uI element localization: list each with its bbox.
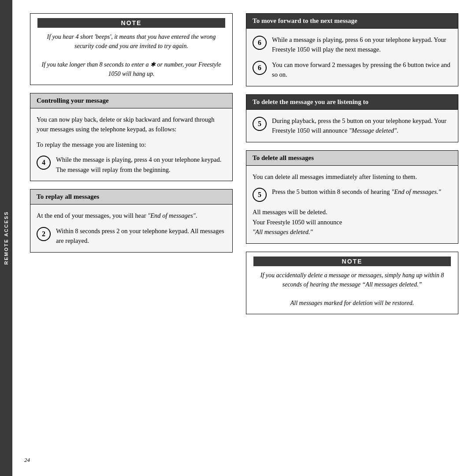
delete-listening-key-row: 5 During playback, press the 5 button on… [253,116,452,136]
delete-listening-title: To delete the message you are listening … [246,95,458,110]
columns: NOTE If you hear 4 short 'beeps', it mea… [30,13,458,322]
key-5-circle-all: 5 [253,188,267,202]
move-forward-body: 6 While a message is playing, press 6 on… [246,29,458,86]
page-number: 24 [24,457,30,464]
note-text-1: If you hear 4 short 'beeps', it means th… [37,32,225,78]
note-header-2: NOTE [253,257,451,266]
move-forward-key-row-1: 6 While a message is playing, press 6 on… [253,35,452,55]
move-forward-section: To move forward to the next message 6 Wh… [246,13,458,86]
move-forward-text-1: While a message is playing, press 6 on y… [272,35,452,55]
move-forward-text-2: You can move forward 2 messages by press… [272,60,452,80]
key-6-circle-1: 6 [253,36,267,50]
key-2-circle: 2 [37,227,51,241]
main-content: NOTE If you hear 4 short 'beeps', it mea… [12,0,476,476]
sidebar: Remote Access [0,0,12,476]
delete-listening-section: To delete the message you are listening … [246,94,458,142]
replay-all-title: To replay all messages [30,190,232,205]
replay-all-body: At the end of your messages, you will he… [30,205,232,252]
controlling-intro: You can now play back, delete or skip ba… [37,115,226,134]
key-6-circle-2: 6 [253,61,267,75]
controlling-title: Controlling your message [30,93,232,108]
delete-all-key-row: 5 Press the 5 button within 8 seconds of… [253,187,452,202]
note-box-2: NOTE If you accidentally delete a messag… [246,252,458,314]
delete-all-body: You can delete all messages immediately … [246,166,458,243]
key-5-circle-delete: 5 [253,117,267,131]
delete-listening-text: During playback, press the 5 button on y… [272,116,452,136]
replay-all-key-text: Within 8 seconds press 2 on your telepho… [56,226,226,246]
replay-all-section: To replay all messages At the end of you… [30,189,233,252]
delete-all-title: To delete all messages [246,151,458,166]
sidebar-label: Remote Access [4,211,9,265]
right-column: To move forward to the next message 6 Wh… [246,13,458,322]
delete-all-key-text: Press the 5 button within 8 seconds of h… [272,187,452,197]
controlling-section: Controlling your message You can now pla… [30,93,233,181]
controlling-body: You can now play back, delete or skip ba… [30,108,232,181]
left-column: NOTE If you hear 4 short 'beeps', it mea… [30,13,233,322]
note-text-2: If you accidentally delete a message or … [253,271,451,308]
controlling-key-row: 4 While the message is playing, press 4 … [37,155,226,175]
key-4-circle: 4 [37,156,51,170]
delete-listening-body: 5 During playback, press the 5 button on… [246,110,458,142]
delete-all-intro: You can delete all messages immediately … [253,172,452,182]
replay-all-intro: At the end of your messages, you will he… [37,211,226,220]
note-header-1: NOTE [37,18,225,28]
move-forward-key-row-2: 6 You can move forward 2 messages by pre… [253,60,452,80]
replay-all-key-row: 2 Within 8 seconds press 2 on your telep… [37,226,226,246]
delete-all-section: To delete all messages You can delete al… [246,150,458,244]
move-forward-title: To move forward to the next message [246,14,458,29]
delete-all-outro: All messages will be deleted.Your Freest… [253,207,452,237]
note-box-1: NOTE If you hear 4 short 'beeps', it mea… [30,13,233,85]
controlling-key-text: While the message is playing, press 4 on… [56,155,226,175]
controlling-replay-prompt: To replay the message you are listening … [37,140,226,149]
